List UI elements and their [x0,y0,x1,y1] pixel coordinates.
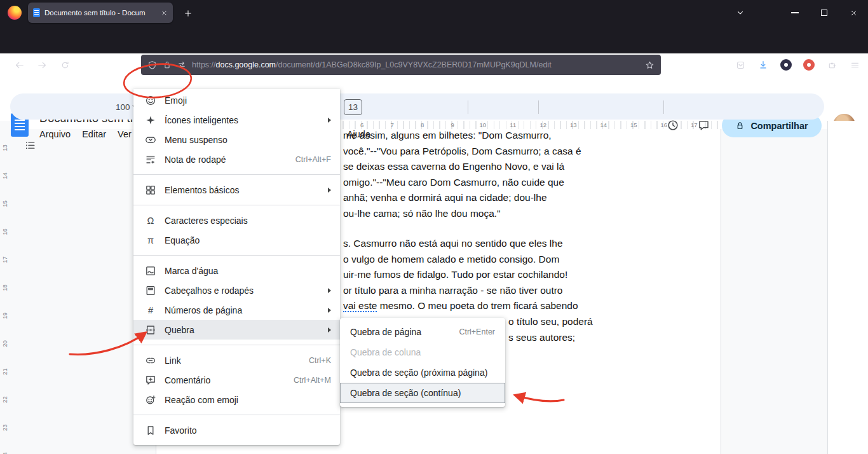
dropdown-chip-icon [145,134,156,146]
document-paragraph-2: s. Casmurro não está aqui no sentido que… [343,236,578,314]
tabs-dropdown-icon[interactable] [732,4,749,21]
menu-arquivo[interactable]: Arquivo [34,128,76,141]
break-submenu: Quebra de página Ctrl+Enter Quebra de co… [340,318,505,407]
menu-item-icones-inteligentes[interactable]: Ícones inteligentes [133,110,340,130]
submenu-item-quebra-de-pagina[interactable]: Quebra de página Ctrl+Enter [340,322,505,342]
bookmark-icon [145,425,156,436]
share-lock-icon [735,121,745,130]
submenu-item-quebra-de-coluna: Quebra de coluna [340,342,505,362]
permissions-icon[interactable] [177,60,186,69]
special-characters-icon: Ω [145,216,156,226]
new-tab-button[interactable] [180,5,196,22]
menu-item-link[interactable]: Link Ctrl+K [133,350,340,370]
extension-dark-icon[interactable] [776,55,796,75]
emoji-icon [145,95,156,106]
url-text: https://docs.google.com/document/d/1ABGe… [192,60,639,69]
grammar-suggestion[interactable]: vai este [343,300,377,312]
menu-item-equacao[interactable]: π Equação [133,230,340,250]
menu-separator [133,255,340,256]
submenu-arrow-icon [328,188,331,193]
insert-menu: Emoji Ícones inteligentes Menu suspenso … [133,89,340,445]
back-icon[interactable] [9,55,29,75]
watermark-icon [145,265,156,277]
text-line: você."--"Vou para Petrópolis, Dom Casmur… [343,144,581,160]
firefox-logo-icon[interactable] [8,6,22,20]
menu-ajuda[interactable]: Ajuda [342,128,376,141]
url-bar[interactable]: https://docs.google.com/document/d/1ABGe… [141,55,661,75]
tracking-shield-icon[interactable] [147,60,157,70]
menu-item-menu-suspenso[interactable]: Menu suspenso [133,130,340,149]
menu-item-cabecalhos-e-rodapes[interactable]: Cabeçalhos e rodapés [133,280,340,300]
menu-separator [133,205,340,205]
menu-item-comentario[interactable]: Comentário Ctrl+Alt+M [133,370,340,390]
menu-item-marca-dagua[interactable]: Marca d'água [133,261,340,280]
text-line: uir-me fumos de fidalgo. Tudo por estar … [343,267,578,283]
menu-item-emoji[interactable]: Emoji [133,90,340,110]
text-line: anhã; venha e dormirá aqui na cidade; do… [343,190,581,206]
page-break-icon [145,324,156,336]
menu-item-nota-de-rodape[interactable]: Nota de rodapé Ctrl+Alt+F [133,149,340,169]
bookmark-star-icon[interactable] [645,60,654,70]
smart-icons-icon [145,114,156,126]
browser-titlebar: Documento sem título - Docum [0,0,868,25]
text-line: omigo."--"Meu caro Dom Casmurro, não cui… [343,175,581,191]
text-line-with-suggestion: vai este mesmo. O meu poeta do trem fica… [343,298,578,314]
submenu-arrow-icon [328,288,331,293]
window-maximize-button[interactable] [810,0,838,25]
menu-separator [133,345,340,345]
footnote-icon [145,154,156,165]
menu-item-favorito[interactable]: Favorito [133,420,340,440]
text-line: or título para a minha narração - se não… [343,283,578,299]
menu-separator [133,174,340,175]
browser-navbar: https://docs.google.com/document/d/1ABGe… [0,25,868,53]
emoji-reaction-icon [145,394,156,406]
lock-icon[interactable] [163,60,172,69]
text-line: o título seu, poderá [508,314,593,330]
extension-red-icon[interactable] [799,55,819,75]
downloads-icon[interactable] [753,55,773,75]
pocket-icon[interactable] [730,55,750,75]
text-line: me assim, alguns em bilhetes: "Dom Casmu… [343,128,581,144]
menu-separator [133,415,340,415]
text-line: s. Casmurro não está aqui no sentido que… [343,236,578,252]
equation-icon: π [145,235,156,245]
refresh-icon[interactable] [55,55,75,75]
text-line: se deixas essa caverna do Engenho Novo, … [343,159,581,175]
page-numbers-icon: # [145,305,156,315]
submenu-item-quebra-de-secao-proxima-pagina[interactable]: Quebra de seção (próxima página) [340,362,505,383]
text-line: s seus autores; [508,330,593,346]
menu-hamburger-icon[interactable] [844,55,865,75]
docs-favicon [33,8,40,17]
document-paragraph-3: o título seu, poderá s seus autores; [508,314,593,345]
window-minimize-button[interactable] [781,0,809,25]
building-blocks-icon [145,184,156,196]
comment-icon [145,375,156,386]
document-paragraph-1: me assim, alguns em bilhetes: "Dom Casmu… [343,128,581,222]
submenu-item-quebra-de-secao-continua[interactable]: Quebra de seção (contínua) [340,383,505,403]
text-line: o vulgo de homem calado e metido consigo… [343,252,578,268]
side-panel [827,121,868,454]
headers-footers-icon [145,285,156,296]
browser-tab[interactable]: Documento sem título - Docum [28,3,173,23]
forward-icon[interactable] [32,55,52,75]
vertical-ruler[interactable]: 13141516171819202122232425 [0,134,10,454]
tab-title: Documento sem título - Docum [44,9,156,17]
menu-item-numeros-de-pagina[interactable]: # Números de página [133,300,340,320]
submenu-arrow-icon [328,308,331,313]
text-line: ou-lhe cama; só não lhe dou moça." [343,206,581,222]
font-size-input[interactable]: 13 [344,99,362,115]
window-close-button[interactable] [839,0,867,25]
menu-item-reacao-com-emoji[interactable]: Reação com emoji [133,390,340,409]
submenu-arrow-icon [328,118,331,123]
menu-item-elementos-basicos[interactable]: Elementos básicos [133,180,340,200]
tab-close-icon[interactable] [161,10,168,17]
extensions-puzzle-icon[interactable] [822,55,842,75]
menu-item-quebra[interactable]: Quebra [133,320,340,340]
link-icon [145,355,156,366]
submenu-arrow-icon [328,327,331,333]
menu-editar[interactable]: Editar [77,128,111,141]
menu-item-caracteres-especiais[interactable]: Ω Caracteres especiais [133,210,340,230]
